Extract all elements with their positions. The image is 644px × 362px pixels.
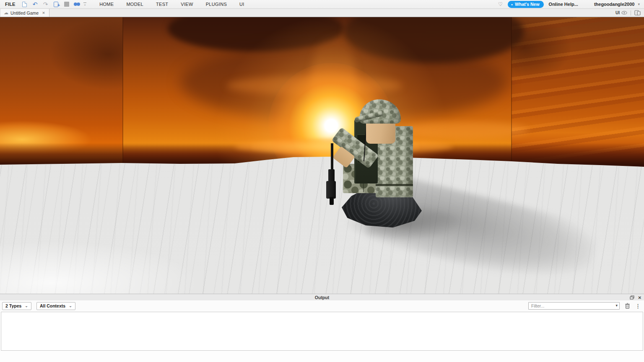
quick-access-toolbar: ↶ ↷ ⌄ <box>21 1 87 8</box>
output-toolbar-right: ▾ ⋮ <box>528 302 644 310</box>
customize-quick-access-caret-icon[interactable]: ⌄ <box>83 3 87 6</box>
output-panel-header[interactable]: Output ✕ <box>0 294 644 300</box>
binoculars-glyph <box>74 2 80 6</box>
menubar-right-cluster: ♡ ● What's New Online Help... thegoodang… <box>498 1 644 8</box>
menu-test[interactable]: TEST <box>150 2 174 7</box>
menu-bar: FILE ↶ ↷ ⌄ HOME MODEL TEST VIEW PLUGINS … <box>0 0 644 9</box>
tabbar-right-tools: UI <box>615 9 644 17</box>
whats-new-dot-icon: ● <box>511 3 513 6</box>
types-filter-dropdown[interactable]: 2 Types ⌄ <box>2 302 31 310</box>
menu-view[interactable]: VIEW <box>174 2 199 7</box>
undo-icon[interactable]: ↶ <box>32 1 39 8</box>
cloud-icon: ☁ <box>4 10 8 16</box>
whats-new-button[interactable]: ● What's New <box>508 1 544 8</box>
menu-ui[interactable]: UI <box>233 2 251 7</box>
chevron-down-icon: ⌄ <box>69 304 72 308</box>
clear-output-trash-icon[interactable] <box>625 303 630 309</box>
redo-glyph: ↷ <box>43 1 48 7</box>
output-log-area[interactable] <box>1 312 643 351</box>
viewport-3d[interactable] <box>0 17 644 294</box>
new-file-glyph <box>22 2 27 7</box>
chevron-down-icon: ⌄ <box>25 304 28 308</box>
types-filter-value: 2 Types <box>5 303 21 308</box>
rifle-body <box>326 181 336 199</box>
output-panel-title: Output <box>315 295 329 300</box>
eye-icon <box>621 11 627 15</box>
skybox-seam-right <box>511 17 512 164</box>
roblox-studio-window: FILE ↶ ↷ ⌄ HOME MODEL TEST VIEW PLUGINS … <box>0 0 644 362</box>
undo-glyph: ↶ <box>33 1 38 7</box>
ui-visibility-toggle[interactable]: UI <box>615 10 627 15</box>
tab-untitled-game[interactable]: ☁ Untitled Game ✕ <box>0 9 49 17</box>
square-glyph <box>64 2 69 7</box>
context-filter-value: All Contexts <box>40 303 65 308</box>
document-tab-bar: ☁ Untitled Game ✕ UI <box>0 9 644 17</box>
filter-input[interactable] <box>528 302 620 310</box>
username-menu[interactable]: thegoodangle2000 <box>594 2 635 7</box>
heart-icon[interactable]: ♡ <box>498 1 503 7</box>
whats-new-label: What's New <box>515 2 540 7</box>
character-backpack-strap <box>376 184 413 186</box>
paste-icon[interactable] <box>53 1 60 8</box>
filter-history-caret-icon[interactable]: ▾ <box>615 303 618 308</box>
filter-field-wrap: ▾ <box>528 302 620 310</box>
menu-plugins[interactable]: PLUGINS <box>200 2 233 7</box>
close-panel-icon[interactable]: ✕ <box>638 295 641 300</box>
menu-home[interactable]: HOME <box>93 2 120 7</box>
float-panel-icon[interactable] <box>630 295 634 300</box>
output-options-dots-icon[interactable]: ⋮ <box>635 303 641 309</box>
device-emulation-icon[interactable] <box>634 10 641 16</box>
context-filter-dropdown[interactable]: All Contexts ⌄ <box>36 302 75 310</box>
new-file-icon[interactable] <box>21 1 28 8</box>
placeholder-square-icon[interactable] <box>63 1 70 8</box>
online-help-button[interactable]: Online Help... <box>549 2 578 7</box>
skybox-seam-left <box>122 17 123 165</box>
rifle-stock-tip <box>330 197 334 205</box>
output-header-icons: ✕ <box>630 294 641 301</box>
tabbar-separator <box>631 10 631 16</box>
output-toolbar: 2 Types ⌄ All Contexts ⌄ ▾ ⋮ <box>0 300 644 311</box>
menu-items: HOME MODEL TEST VIEW PLUGINS UI <box>93 2 250 7</box>
tab-close-icon[interactable]: ✕ <box>42 11 45 15</box>
menu-file[interactable]: FILE <box>0 2 21 7</box>
tab-label: Untitled Game <box>10 10 39 16</box>
username-caret-icon[interactable]: ▾ <box>638 2 640 6</box>
paste-glyph <box>54 2 58 7</box>
ui-toggle-label: UI <box>615 10 620 15</box>
redo-icon[interactable]: ↷ <box>42 1 49 8</box>
menu-model[interactable]: MODEL <box>120 2 150 7</box>
find-icon[interactable] <box>74 1 80 8</box>
bottom-blank-strip <box>0 351 644 362</box>
